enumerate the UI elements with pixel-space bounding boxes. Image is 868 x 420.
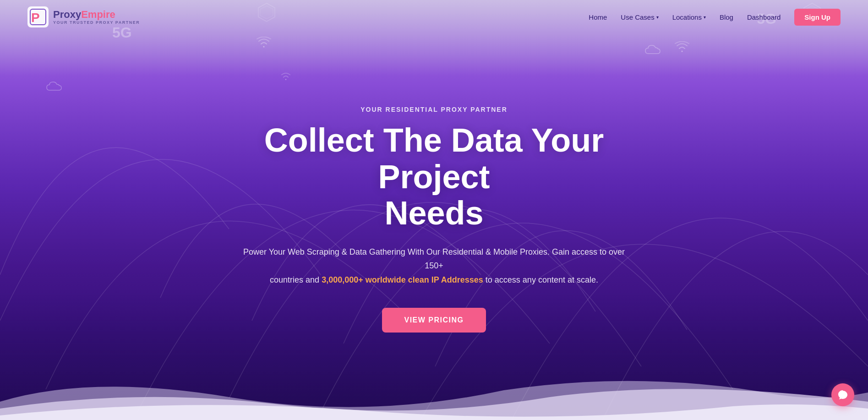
logo-icon: P <box>27 6 49 27</box>
bottom-wave <box>0 365 868 420</box>
logo-name-part2: Empire <box>81 9 115 20</box>
logo-tagline: YOUR TRUSTED PROXY PARTNER <box>53 20 140 25</box>
hero-highlight: 3,000,000+ worldwide clean IP Addresses <box>322 275 483 284</box>
nav-dashboard[interactable]: Dashboard <box>747 13 781 21</box>
signup-button[interactable]: Sign Up <box>794 9 841 26</box>
hero-title-line2: Needs <box>384 195 483 231</box>
chat-button[interactable] <box>831 383 854 406</box>
main-nav: Home Use Cases ▾ Locations ▾ Blog Dashbo… <box>589 9 841 26</box>
chat-icon <box>837 389 848 400</box>
nav-blog[interactable]: Blog <box>720 13 733 21</box>
hero-title: Collect The Data Your Project Needs <box>224 122 645 231</box>
logo[interactable]: P ProxyEmpire YOUR TRUSTED PROXY PARTNER <box>27 6 140 27</box>
view-pricing-button[interactable]: VIEW PRICING <box>382 308 486 333</box>
locations-chevron: ▾ <box>704 15 706 20</box>
hero-description: Power Your Web Scraping & Data Gathering… <box>237 245 631 287</box>
logo-name-part1: Proxy <box>53 9 81 20</box>
hero-desc-part2: countries and <box>270 275 319 284</box>
hero-eyebrow: YOUR RESIDENTIAL PROXY PARTNER <box>224 106 645 113</box>
hero-title-line1: Collect The Data Your Project <box>264 122 604 195</box>
use-cases-chevron: ▾ <box>656 15 659 20</box>
hero-desc-part3: to access any content at scale. <box>486 275 598 284</box>
svg-text:P: P <box>31 11 40 25</box>
nav-locations[interactable]: Locations ▾ <box>672 13 706 21</box>
hero-desc-part1: Power Your Web Scraping & Data Gathering… <box>243 247 625 271</box>
hero-section: 5G 5G <box>0 0 868 420</box>
header: P ProxyEmpire YOUR TRUSTED PROXY PARTNER… <box>0 0 868 34</box>
nav-use-cases[interactable]: Use Cases ▾ <box>621 13 658 21</box>
nav-home[interactable]: Home <box>589 13 607 21</box>
logo-text: ProxyEmpire YOUR TRUSTED PROXY PARTNER <box>53 9 140 25</box>
logo-name: ProxyEmpire <box>53 9 140 20</box>
hero-content: YOUR RESIDENTIAL PROXY PARTNER Collect T… <box>214 106 654 332</box>
